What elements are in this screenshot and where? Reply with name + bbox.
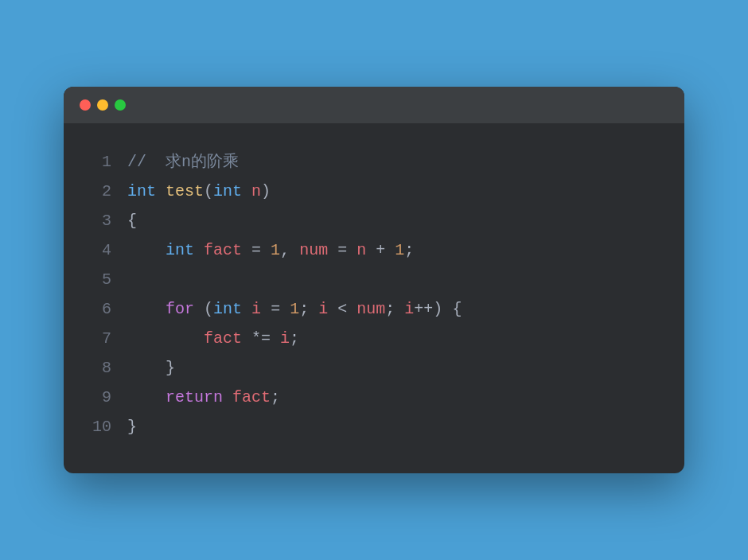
- code-line-1: 1 // 求n的阶乘: [80, 147, 668, 177]
- code-content: }: [127, 412, 137, 441]
- code-content: int fact = 1, num = n + 1;: [127, 235, 414, 265]
- code-line-4: 4 int fact = 1, num = n + 1;: [80, 235, 668, 265]
- close-button[interactable]: [80, 99, 91, 111]
- code-content: for (int i = 1; i < num; i++) {: [127, 294, 462, 324]
- line-number: 5: [80, 265, 111, 294]
- code-content: int test(int n): [127, 177, 271, 206]
- code-line-8: 8 }: [80, 353, 668, 383]
- code-content: // 求n的阶乘: [127, 147, 239, 177]
- line-number: 3: [80, 206, 111, 235]
- code-content: return fact;: [127, 383, 280, 412]
- code-line-10: 10 }: [80, 412, 668, 441]
- code-content: fact *= i;: [127, 324, 299, 353]
- code-window: 1 // 求n的阶乘 2 int test(int n) 3 { 4 int f…: [64, 87, 684, 473]
- line-number: 9: [80, 383, 111, 412]
- title-bar: [64, 87, 684, 123]
- line-number: 4: [80, 235, 111, 265]
- code-line-2: 2 int test(int n): [80, 177, 668, 206]
- maximize-button[interactable]: [115, 99, 126, 111]
- code-content: }: [127, 353, 175, 383]
- line-number: 8: [80, 353, 111, 383]
- code-line-7: 7 fact *= i;: [80, 324, 668, 353]
- line-number: 10: [80, 412, 111, 441]
- code-editor: 1 // 求n的阶乘 2 int test(int n) 3 { 4 int f…: [64, 123, 684, 473]
- code-line-3: 3 {: [80, 206, 668, 235]
- code-content: {: [127, 206, 137, 235]
- line-number: 6: [80, 294, 111, 324]
- code-content: [127, 265, 137, 294]
- line-number: 7: [80, 324, 111, 353]
- code-line-9: 9 return fact;: [80, 383, 668, 412]
- code-line-5: 5: [80, 265, 668, 294]
- line-number: 2: [80, 177, 111, 206]
- minimize-button[interactable]: [97, 99, 108, 111]
- line-number: 1: [80, 147, 111, 177]
- code-line-6: 6 for (int i = 1; i < num; i++) {: [80, 294, 668, 324]
